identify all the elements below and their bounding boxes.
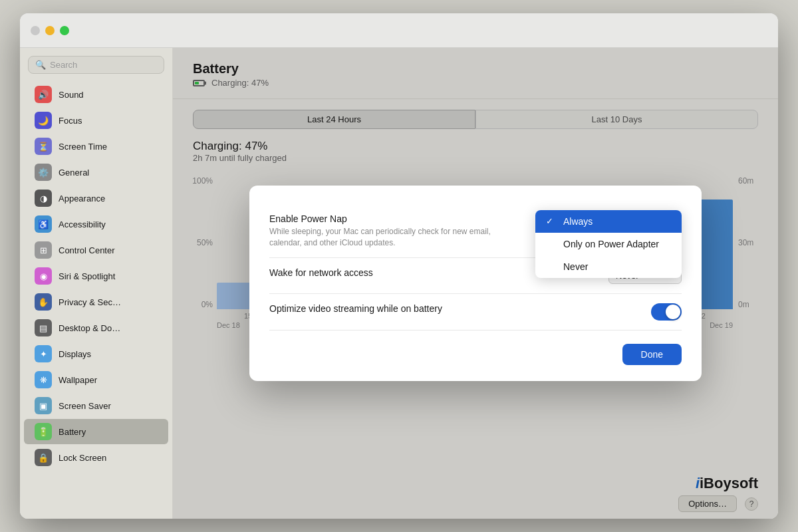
checkmark-empty (546, 239, 557, 249)
sidebar-item-controlcenter[interactable]: ⊞ Control Center (24, 237, 168, 263)
modal-row-optimize: Optimize video streaming while on batter… (269, 294, 682, 331)
system-preferences-window: 🔍 Search 🔊 Sound 🌙 Focus ⏳ Sc (20, 13, 778, 519)
minimize-button[interactable] (45, 26, 55, 35)
sidebar-item-screentime[interactable]: ⏳ Screen Time (24, 134, 168, 159)
sidebar-item-screensaver[interactable]: ▣ Screen Saver (24, 393, 168, 418)
sidebar-item-focus[interactable]: 🌙 Focus (24, 108, 168, 133)
sidebar-label-sound: Sound (59, 90, 84, 100)
privacy-icon: ✋ (35, 293, 52, 311)
screentime-icon: ⏳ (35, 138, 52, 155)
sidebar-item-wallpaper[interactable]: ❋ Wallpaper (24, 367, 168, 392)
search-placeholder: Search (50, 60, 77, 70)
sidebar-item-siri[interactable]: ◉ Siri & Spotlight (24, 263, 168, 289)
sidebar-label-screensaver: Screen Saver (59, 401, 111, 411)
traffic-lights (31, 26, 69, 35)
focus-icon: 🌙 (35, 112, 52, 129)
controlcenter-icon: ⊞ (35, 241, 52, 259)
sidebar-label-accessibility: Accessibility (59, 219, 106, 229)
modal-row-powernap: Enable Power Nap While sleeping, your Ma… (269, 204, 682, 259)
option-never-label: Never (563, 261, 588, 272)
siri-icon: ◉ (35, 267, 52, 285)
wallpaper-icon: ❋ (35, 371, 52, 388)
sidebar-item-sound[interactable]: 🔊 Sound (24, 82, 168, 107)
close-button[interactable] (31, 26, 40, 35)
powernap-desc: While sleeping, your Mac can periodicall… (269, 226, 522, 249)
sidebar-label-screentime: Screen Time (59, 142, 107, 152)
sidebar-label-siri: Siri & Spotlight (59, 271, 115, 281)
sidebar-item-appearance[interactable]: ◑ Appearance (24, 186, 168, 211)
sidebar-item-battery[interactable]: 🔋 Battery (24, 419, 168, 444)
titlebar (20, 13, 778, 48)
main-panel: Battery Charging: 47% Last 24 Hours Last… (173, 48, 778, 519)
dropdown-option-always[interactable]: ✓ Always (535, 210, 682, 233)
checkmark-empty-2 (546, 261, 557, 271)
sidebar-label-lockscreen: Lock Screen (59, 453, 106, 463)
toggle-knob (666, 305, 680, 319)
sidebar-label-appearance: Appearance (59, 194, 105, 203)
lockscreen-icon: 🔒 (35, 449, 52, 466)
optimize-label: Optimize video streaming while on batter… (269, 303, 651, 314)
screensaver-icon: ▣ (35, 397, 52, 414)
powernap-control: Always ▼ ✓ Always (615, 213, 682, 230)
sidebar-label-battery: Battery (59, 427, 86, 437)
sidebar-label-privacy: Privacy & Sec… (59, 297, 121, 307)
option-power-adapter-label: Only on Power Adapter (563, 239, 659, 249)
sidebar-label-wallpaper: Wallpaper (59, 375, 97, 385)
sidebar-label-general: General (59, 168, 89, 178)
appearance-icon: ◑ (35, 190, 52, 207)
search-icon: 🔍 (35, 60, 46, 70)
general-icon: ⚙️ (35, 164, 52, 181)
optimize-label-group: Optimize video streaming while on batter… (269, 303, 651, 314)
search-box[interactable]: 🔍 Search (28, 56, 164, 74)
dropdown-option-power-adapter[interactable]: Only on Power Adapter (535, 233, 682, 255)
sidebar-item-accessibility[interactable]: ♿ Accessibility (24, 211, 168, 237)
sidebar-item-desktop[interactable]: ▤ Desktop & Do… (24, 315, 168, 340)
sidebar-label-displays: Displays (59, 349, 91, 359)
dropdown-option-never[interactable]: Never (535, 255, 682, 278)
sidebar-item-displays[interactable]: ✦ Displays (24, 341, 168, 366)
sidebar-label-controlcenter: Control Center (59, 245, 115, 255)
accessibility-icon: ♿ (35, 215, 52, 233)
maximize-button[interactable] (60, 26, 69, 35)
sidebar-item-lockscreen[interactable]: 🔒 Lock Screen (24, 445, 168, 470)
sidebar-item-privacy[interactable]: ✋ Privacy & Sec… (24, 289, 168, 315)
sidebar-label-desktop: Desktop & Do… (59, 323, 120, 333)
content-area: 🔍 Search 🔊 Sound 🌙 Focus ⏳ Sc (20, 48, 778, 519)
powernap-dropdown-container: Always ▼ ✓ Always (615, 213, 682, 230)
sidebar: 🔍 Search 🔊 Sound 🌙 Focus ⏳ Sc (20, 48, 173, 519)
powernap-dropdown-menu: ✓ Always Only on Power Adapter (535, 210, 682, 278)
modal-dialog: Enable Power Nap While sleeping, your Ma… (249, 186, 702, 382)
battery-icon: 🔋 (35, 423, 52, 440)
desktop-icon: ▤ (35, 319, 52, 336)
optimize-control (651, 303, 682, 321)
sidebar-item-general[interactable]: ⚙️ General (24, 160, 168, 185)
sidebar-label-focus: Focus (59, 116, 82, 126)
optimize-toggle[interactable] (651, 303, 682, 321)
done-button[interactable]: Done (622, 344, 682, 365)
checkmark-icon: ✓ (546, 216, 557, 226)
modal-overlay: Enable Power Nap While sleeping, your Ma… (173, 48, 778, 519)
displays-icon: ✦ (35, 345, 52, 362)
modal-footer: Done (269, 344, 682, 365)
option-always-label: Always (563, 216, 593, 227)
sound-icon: 🔊 (35, 86, 52, 103)
